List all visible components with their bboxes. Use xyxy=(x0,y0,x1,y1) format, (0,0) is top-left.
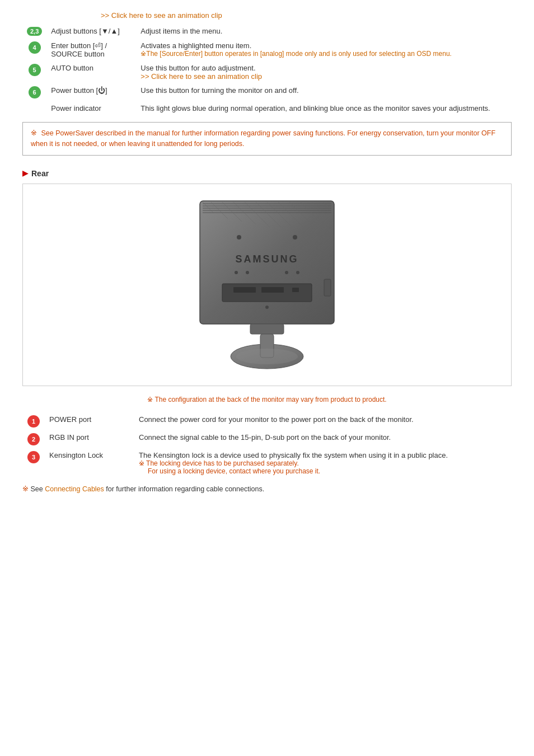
port-label: RGB IN port xyxy=(45,430,134,448)
port-note-line1: ※ The locking device has to be purchased… xyxy=(139,459,507,467)
svg-point-22 xyxy=(246,271,249,274)
button-label: AUTO button xyxy=(46,61,136,83)
main-description: Connect the signal cable to the 15-pin, … xyxy=(139,433,507,442)
badge-cell xyxy=(22,101,46,115)
table-row: 2RGB IN portConnect the signal cable to … xyxy=(22,430,512,448)
extra-description: >> Click here to see an animation clip xyxy=(140,72,507,81)
main-description: Use this button for turning the monitor … xyxy=(140,86,507,95)
svg-point-21 xyxy=(235,271,238,274)
cable-note-suffix: for further information regarding cable … xyxy=(106,485,264,493)
badge: 5 xyxy=(29,64,41,76)
svg-point-18 xyxy=(237,235,241,240)
main-description: Adjust items in the menu. xyxy=(140,27,507,35)
main-description: Connect the power cord for your monitor … xyxy=(139,415,507,424)
badge-cell: 3 xyxy=(22,448,45,478)
rear-image-container: SAMSUNG xyxy=(22,184,512,386)
rear-note-text: The configuration at the back of the mon… xyxy=(154,396,386,403)
badge-cell: 1 xyxy=(22,412,45,430)
svg-text:SAMSUNG: SAMSUNG xyxy=(235,253,298,265)
port-label: Kensington Lock xyxy=(45,448,134,478)
port-description: Connect the power cord for your monitor … xyxy=(134,412,512,430)
power-saver-link[interactable]: PowerSaver xyxy=(55,129,93,137)
cable-link[interactable]: Connecting Cables xyxy=(45,485,104,493)
badge: 1 xyxy=(27,415,40,428)
svg-point-34 xyxy=(236,349,298,364)
button-table: 2,3Adjust buttons [▼/▲]Adjust items in t… xyxy=(22,24,512,115)
svg-rect-28 xyxy=(292,288,299,292)
table-row: 6Power button [⏻]Use this button for tur… xyxy=(22,83,512,101)
port-description: Connect the signal cable to the 15-pin, … xyxy=(134,430,512,448)
cable-note-icon: ※ xyxy=(22,485,30,493)
button-description: This light glows blue during normal oper… xyxy=(136,101,512,115)
table-row: 2,3Adjust buttons [▼/▲]Adjust items in t… xyxy=(22,24,512,39)
note-icon: ※ xyxy=(31,129,37,137)
badge: 2,3 xyxy=(27,27,42,36)
button-description: Use this button for auto adjustment.>> C… xyxy=(136,61,512,83)
button-label: Power indicator xyxy=(46,101,136,115)
svg-point-23 xyxy=(285,271,288,274)
port-label: POWER port xyxy=(45,412,134,430)
port-note-line2: For using a locking device, contact wher… xyxy=(148,467,507,475)
port-description: The Kensington lock is a device used to … xyxy=(134,448,512,478)
svg-rect-30 xyxy=(324,279,331,296)
table-row: 5AUTO buttonUse this button for auto adj… xyxy=(22,61,512,83)
rear-section-header: ▶ Rear xyxy=(22,169,512,178)
table-row: 3Kensington LockThe Kensington lock is a… xyxy=(22,448,512,478)
rear-section-label: Rear xyxy=(31,169,49,178)
main-description: This light glows blue during normal oper… xyxy=(140,104,507,112)
extra-description: ※The [Source/Enter] button operates in [… xyxy=(140,50,507,58)
rear-icon: ▶ xyxy=(22,169,28,177)
badge-cell: 6 xyxy=(22,83,46,101)
main-description: Use this button for auto adjustment. xyxy=(140,64,507,72)
animation-link-top[interactable]: >> Click here to see an animation clip xyxy=(101,11,512,20)
badge-cell: 5 xyxy=(22,61,46,83)
animation-link[interactable]: >> Click here to see an animation clip xyxy=(140,72,262,81)
power-save-note: ※ See PowerSaver described in the manual… xyxy=(22,122,512,156)
power-save-text: See PowerSaver described in the manual f… xyxy=(31,129,495,148)
svg-point-24 xyxy=(296,271,299,274)
badge: 6 xyxy=(29,86,41,98)
svg-rect-27 xyxy=(261,287,284,293)
badge: 3 xyxy=(27,451,40,463)
rear-ports-table: 1POWER portConnect the power cord for yo… xyxy=(22,412,512,478)
main-description: Activates a highlighted menu item. xyxy=(140,41,507,50)
badge: 4 xyxy=(29,41,41,54)
rear-note-container: ※ The configuration at the back of the m… xyxy=(22,395,512,403)
button-description: Activates a highlighted menu item.※The [… xyxy=(136,39,512,61)
button-label: Power button [⏻] xyxy=(46,83,136,101)
table-row: Power indicatorThis light glows blue dur… xyxy=(22,101,512,115)
badge: 2 xyxy=(27,433,40,445)
badge-cell: 2,3 xyxy=(22,24,46,39)
rear-monitor-image: SAMSUNG xyxy=(183,195,351,374)
main-description: The Kensington lock is a device used to … xyxy=(139,451,507,459)
cable-note-text: See xyxy=(30,485,45,493)
cable-note-container: ※ See Connecting Cables for further info… xyxy=(22,485,512,493)
button-description: Use this button for turning the monitor … xyxy=(136,83,512,101)
table-row: 4Enter button [⏎] / SOURCE buttonActivat… xyxy=(22,39,512,61)
svg-point-29 xyxy=(265,306,269,309)
svg-point-19 xyxy=(293,235,297,240)
badge-cell: 2 xyxy=(22,430,45,448)
button-label: Adjust buttons [▼/▲] xyxy=(46,24,136,39)
rear-note-icon: ※ xyxy=(147,396,154,403)
svg-rect-26 xyxy=(233,287,256,293)
svg-rect-31 xyxy=(250,324,284,334)
button-label: Enter button [⏎] / SOURCE button xyxy=(46,39,136,61)
table-row: 1POWER portConnect the power cord for yo… xyxy=(22,412,512,430)
badge-cell: 4 xyxy=(22,39,46,61)
button-description: Adjust items in the menu. xyxy=(136,24,512,39)
